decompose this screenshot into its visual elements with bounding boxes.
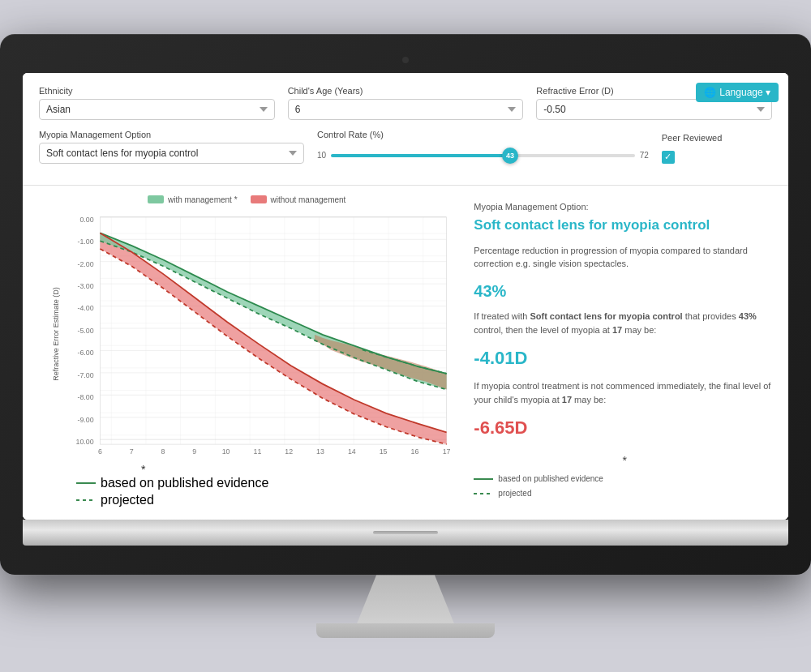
- slider-value: 43: [506, 152, 514, 160]
- info-legend-dashed: projected: [474, 487, 775, 499]
- monitor-chin: [23, 520, 788, 546]
- untreated-age: 17: [562, 395, 572, 404]
- myopia-management-group: Myopia Management Option Soft contact le…: [39, 130, 304, 164]
- legend-without-management: without management: [251, 195, 346, 204]
- svg-text:-9.00: -9.00: [77, 415, 93, 423]
- info-legend-dashed-line: [474, 493, 493, 494]
- legend-with-management: with management *: [148, 195, 238, 204]
- child-age-label: Child's Age (Years): [288, 86, 524, 96]
- monitor-chin-line: [373, 531, 438, 534]
- svg-text:6: 6: [98, 447, 102, 455]
- controls-panel: Ethnicity Asian Caucasian Hispanic Child…: [23, 73, 788, 186]
- ethnicity-group: Ethnicity Asian Caucasian Hispanic: [39, 86, 275, 120]
- monitor: 🌐 Language ▾ Ethnicity Asian Caucasian H…: [0, 34, 811, 639]
- info-untreated-text: If myopia control treatment is not comme…: [474, 379, 775, 408]
- myopia-management-label: Myopia Management Option: [39, 130, 304, 139]
- info-legend-solid-line: [474, 478, 493, 480]
- controls-row-2: Myopia Management Option Soft contact le…: [39, 130, 772, 164]
- slider-min: 10: [317, 151, 326, 160]
- svg-rect-11: [100, 216, 446, 443]
- svg-text:-8.00: -8.00: [77, 393, 93, 401]
- screen-bezel: 🌐 Language ▾ Ethnicity Asian Caucasian H…: [0, 34, 811, 576]
- svg-text:-4.00: -4.00: [77, 304, 93, 312]
- legend-dashed-label: projected: [101, 493, 154, 507]
- treated-text-4: may be:: [622, 325, 656, 335]
- treated-text-2: that provides: [683, 311, 739, 321]
- info-percentage: 43%: [474, 279, 775, 303]
- slider-thumb[interactable]: 43: [502, 148, 518, 164]
- chart-legend-top: with management * without management: [36, 195, 457, 204]
- legend-solid-line: [76, 482, 96, 484]
- svg-text:-7.00: -7.00: [77, 370, 93, 379]
- treated-text-3: control, then the level of myopia at: [474, 325, 612, 335]
- svg-text:-2.00: -2.00: [77, 259, 93, 268]
- info-asterisk: *: [474, 452, 775, 469]
- monitor-screen: 🌐 Language ▾ Ethnicity Asian Caucasian H…: [23, 73, 788, 520]
- svg-text:-10.00: -10.00: [76, 438, 94, 446]
- svg-text:12: 12: [285, 447, 293, 455]
- monitor-base: [316, 623, 495, 638]
- y-axis-container: Refractive Error Estimate (D): [36, 209, 76, 459]
- range-wrapper: 43: [331, 148, 635, 164]
- info-legend: * based on published evidence projected: [474, 452, 775, 499]
- child-age-group: Child's Age (Years) 6 7 8: [288, 86, 524, 120]
- svg-text:-5.00: -5.00: [77, 327, 93, 335]
- svg-text:14: 14: [348, 447, 356, 455]
- camera-dot: [402, 57, 409, 63]
- info-legend-dashed-label: projected: [498, 487, 531, 499]
- myopia-management-select[interactable]: Soft contact lens for myopia control Spe…: [39, 143, 304, 164]
- untreated-value: -6.65D: [474, 414, 775, 441]
- option-value: Soft contact lens for myopia control: [474, 215, 775, 236]
- ethnicity-label: Ethnicity: [39, 86, 275, 96]
- treated-age: 17: [612, 325, 622, 335]
- child-age-select[interactable]: 6 7 8: [288, 99, 524, 120]
- main-content: with management * without management Ref…: [23, 186, 788, 520]
- svg-text:11: 11: [254, 447, 262, 455]
- treated-bold: Soft contact lens for myopia control: [530, 311, 682, 321]
- svg-text:17: 17: [443, 447, 451, 455]
- control-rate-label: Control Rate (%): [317, 130, 649, 139]
- ethnicity-select[interactable]: Asian Caucasian Hispanic: [39, 99, 275, 120]
- svg-text:8: 8: [161, 447, 165, 455]
- untreated-text-1: If myopia control treatment is not comme…: [474, 381, 770, 405]
- info-treated-text: If treated with Soft contact lens for my…: [474, 310, 775, 338]
- svg-text:13: 13: [316, 447, 324, 455]
- treated-value: -4.01D: [474, 345, 775, 371]
- svg-text:10: 10: [222, 447, 230, 455]
- language-button[interactable]: 🌐 Language ▾: [696, 83, 779, 102]
- svg-text:15: 15: [380, 447, 388, 455]
- monitor-stand: [357, 575, 454, 623]
- info-legend-solid: based on published evidence: [474, 473, 775, 485]
- svg-text:7: 7: [130, 447, 134, 455]
- legend-red-color: [251, 195, 267, 203]
- svg-text:0.00: 0.00: [79, 215, 93, 223]
- legend-dashed-item: projected: [76, 493, 457, 507]
- slider-track[interactable]: 43: [331, 154, 635, 157]
- svg-text:16: 16: [411, 447, 419, 455]
- legend-green-color: [148, 195, 164, 203]
- info-panel: Myopia Management Option: Soft contact l…: [457, 195, 775, 511]
- treated-text-1: If treated with: [474, 311, 530, 321]
- chart-svg: 0.00 -1.00 -2.00 -3.00 -4.00 -5.00 -6.00…: [76, 209, 457, 459]
- y-axis-label: Refractive Error Estimate (D): [52, 287, 60, 381]
- svg-text:Age (Years): Age (Years): [252, 456, 294, 458]
- legend-without-management-label: without management: [271, 195, 346, 204]
- svg-text:-1.00: -1.00: [77, 238, 93, 246]
- language-button-label: Language ▾: [719, 87, 770, 98]
- info-description: Percentage reduction in progression of m…: [474, 244, 775, 271]
- asterisk: *: [76, 463, 457, 476]
- chart-with-axes: Refractive Error Estimate (D): [36, 209, 457, 459]
- peer-reviewed-checkbox[interactable]: ✓: [662, 151, 675, 164]
- peer-reviewed-label: Peer Reviewed: [662, 133, 772, 143]
- chart-area: with management * without management Ref…: [36, 195, 457, 511]
- legend-solid-item: based on published evidence: [76, 476, 457, 490]
- svg-text:-3.00: -3.00: [77, 282, 93, 290]
- option-label: Myopia Management Option:: [474, 200, 775, 214]
- controls-row-1: Ethnicity Asian Caucasian Hispanic Child…: [39, 86, 772, 120]
- globe-icon: 🌐: [704, 87, 716, 98]
- untreated-text-2: may be:: [572, 395, 606, 404]
- legend-solid-label: based on published evidence: [101, 476, 268, 490]
- slider-max: 72: [640, 151, 649, 160]
- peer-reviewed-group: Peer Reviewed ✓: [662, 133, 772, 164]
- treated-bold-pct: 43%: [739, 311, 757, 321]
